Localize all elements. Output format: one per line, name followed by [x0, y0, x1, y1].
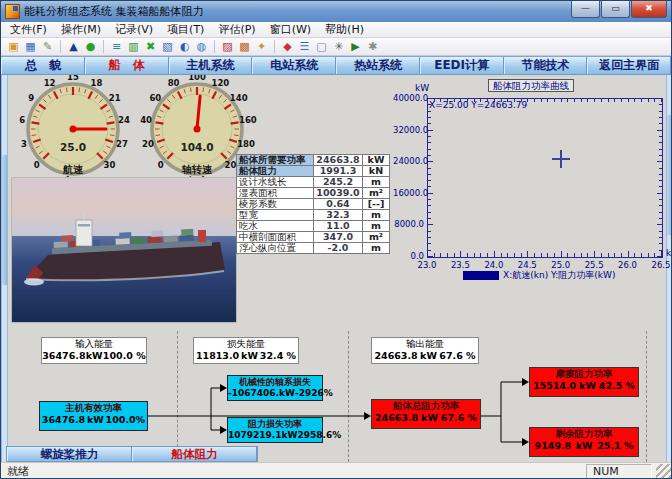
settings-icon[interactable]: ✱ [364, 39, 381, 54]
pause-icon[interactable]: ◐ [176, 39, 193, 54]
table-cell: 湿表面积 [237, 188, 314, 199]
data-point-marker [560, 150, 562, 168]
app-window: 能耗分析组态系统 集装箱船船体阻力 — ▭ ✖ 文件(F)操作(M)记录(V)项… [0, 0, 672, 479]
friction-resistance-power-box: 摩擦阻力功率 15514.0kW42.5 % [529, 367, 639, 397]
nav-tab-总貌[interactable]: 总 貌 [1, 57, 85, 74]
x-minor-tick [608, 253, 609, 257]
table-cell: 1991.3 [314, 166, 363, 177]
import-icon[interactable]: ▥ [125, 39, 142, 54]
svg-text:160: 160 [239, 115, 257, 125]
table-cell: 吃水 [237, 221, 314, 232]
resize-grip[interactable] [656, 464, 671, 479]
box-title: 机械性的轴系损失 [228, 376, 322, 388]
curve-icon[interactable]: ▨ [219, 39, 236, 54]
menu-item[interactable]: 评估(P) [211, 22, 262, 37]
x-minor-tick [427, 253, 428, 257]
svg-text:24: 24 [118, 115, 130, 125]
sub-tab-螺旋桨推力[interactable]: 螺旋桨推力 [7, 447, 132, 461]
x-minor-tick [501, 99, 502, 102]
x-minor-tick [480, 253, 481, 257]
y-minor-tick [659, 212, 662, 213]
close-button[interactable]: ✖ [631, 1, 667, 18]
svg-text:21: 21 [109, 93, 121, 103]
table-row: 浮心纵向位置-2.0m [237, 243, 390, 254]
nav-tab-热站系统[interactable]: 热站系统 [336, 57, 420, 74]
y-minor-tick [659, 205, 662, 206]
table-cell: m² [363, 188, 390, 199]
report-icon[interactable]: ▩ [236, 39, 253, 54]
table-row: 棱形系数0.64[--] [237, 199, 390, 210]
list-icon[interactable]: ≡ [108, 39, 125, 54]
x-minor-tick [628, 99, 629, 102]
box-title: 阻力损失功率 [228, 418, 322, 430]
new-icon[interactable]: ▣ [5, 39, 22, 54]
chart-legend: X:航速(kn) Y:阻力功率(kW) [463, 269, 615, 282]
fan-icon[interactable]: ✳ [330, 39, 347, 54]
x-minor-tick [654, 253, 655, 257]
x-minor-tick [608, 99, 609, 102]
nav-tab-返回主界面[interactable]: 返回主界面 [587, 57, 671, 74]
menu-item[interactable]: 帮助(H) [318, 22, 371, 37]
edit-icon[interactable]: ✎ [39, 39, 56, 54]
chart-icon[interactable]: ▧ [159, 39, 176, 54]
y-tick-label: 16000.0 [393, 188, 424, 198]
table-cell: kN [363, 166, 390, 177]
menu-item[interactable]: 文件(F) [3, 22, 54, 37]
menu-item[interactable]: 窗口(W) [263, 22, 318, 37]
y-minor-tick [659, 231, 662, 232]
save-icon[interactable]: ▦ [22, 39, 39, 54]
team-icon[interactable]: ◆ [279, 39, 296, 54]
y-minor-tick [659, 174, 662, 175]
y-tick-label: 8000.0 [393, 219, 424, 229]
x-minor-tick [501, 253, 502, 257]
window-title: 能耗分析组态系统 集装箱船船体阻力 [24, 4, 570, 19]
x-minor-tick [614, 253, 615, 257]
y-minor-tick [659, 155, 662, 156]
y-minor-tick [428, 231, 431, 232]
nav-tab-船体[interactable]: 船 体 [85, 57, 169, 74]
nav-tab-电站系统[interactable]: 电站系统 [252, 57, 336, 74]
box-title: 船体总阻力功率 [372, 400, 480, 412]
x-minor-tick [654, 99, 655, 102]
svg-text:40: 40 [140, 115, 152, 125]
x-minor-tick [507, 253, 508, 257]
x-minor-tick [527, 253, 528, 257]
table-cell: 245.2 [314, 177, 363, 188]
info-icon[interactable]: ● [82, 39, 99, 54]
table-row: 船体阻力1991.3kN [237, 166, 390, 177]
x-minor-tick [541, 253, 542, 257]
log-icon[interactable]: ☰ [296, 39, 313, 54]
toolbar-separator [103, 40, 104, 53]
table-cell: 0.64 [314, 199, 363, 210]
minimize-button[interactable]: — [571, 1, 600, 18]
run-icon[interactable]: ▶ [347, 39, 364, 54]
nav-tab-节能技术[interactable]: 节能技术 [504, 57, 588, 74]
y-minor-tick [428, 212, 431, 213]
x-minor-tick [561, 99, 562, 102]
y-minor-tick [428, 250, 431, 251]
menu-item[interactable]: 操作(M) [54, 22, 108, 37]
building-icon[interactable]: ▢ [313, 39, 330, 54]
ship-photo [11, 177, 237, 323]
menu-item[interactable]: 记录(V) [108, 22, 160, 37]
palette-icon[interactable]: ✦ [253, 39, 270, 54]
ship-icon[interactable]: ▲ [65, 39, 82, 54]
y-minor-tick [428, 199, 431, 200]
globe-icon[interactable]: ◍ [193, 39, 210, 54]
y-minor-tick [428, 186, 431, 187]
sub-tab-船体阻力[interactable]: 船体阻力 [132, 447, 257, 461]
maximize-button[interactable]: ▭ [601, 1, 630, 18]
x-minor-tick [661, 99, 662, 102]
close-all-icon[interactable]: ✖ [142, 39, 159, 54]
table-cell: m [363, 177, 390, 188]
table-row: 中横剖面面积347.0m² [237, 232, 390, 243]
svg-text:20: 20 [142, 139, 154, 149]
x-minor-tick [634, 253, 635, 257]
x-minor-tick [467, 253, 468, 257]
nav-tab-EEDI计算[interactable]: EEDI计算 [420, 57, 504, 74]
x-minor-tick [521, 99, 522, 102]
menu-item[interactable]: 项目(T) [160, 22, 211, 37]
y-minor-tick [659, 130, 662, 131]
nav-tab-主机系统[interactable]: 主机系统 [169, 57, 253, 74]
table-cell: m [363, 210, 390, 221]
